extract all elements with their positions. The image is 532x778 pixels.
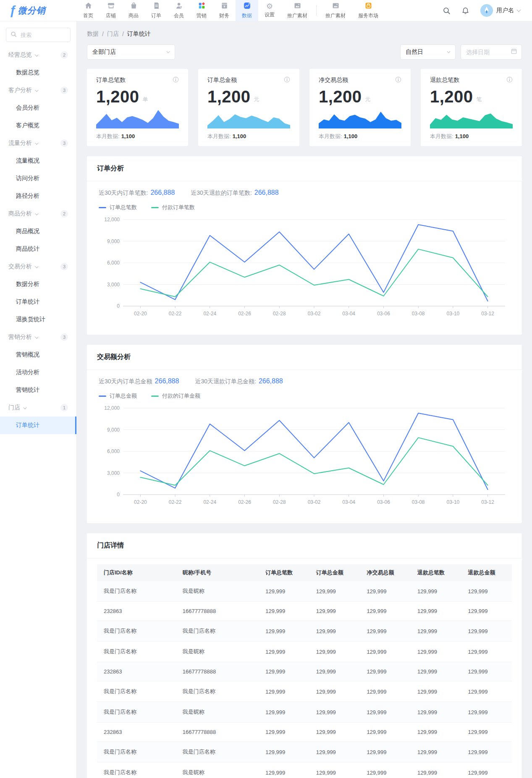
period-select[interactable]: 自然日 <box>400 45 456 60</box>
info-icon[interactable] <box>506 76 513 84</box>
nav-item-settings[interactable]: ⚙ 设置 <box>258 0 281 21</box>
table-cell: 129,999 <box>461 742 512 762</box>
date-picker-input[interactable] <box>465 48 511 56</box>
svg-text:02-24: 02-24 <box>203 311 216 317</box>
svg-text:03-04: 03-04 <box>342 311 355 317</box>
nav-item-label: 首页 <box>83 12 93 19</box>
nav-item-finance[interactable]: ¥ 财务 <box>213 0 236 21</box>
info-icon[interactable] <box>284 76 290 84</box>
sparkline-chart <box>430 109 513 128</box>
info-icon[interactable] <box>395 76 401 84</box>
search-icon[interactable] <box>443 7 451 15</box>
legend-label: 付款订单笔数 <box>162 204 195 211</box>
sparkline-chart <box>207 109 290 128</box>
sidebar-search[interactable] <box>6 28 71 42</box>
chart-legend: 订单总笔数 付款订单笔数 <box>99 204 510 211</box>
nav-item-order[interactable]: 订单 <box>145 0 168 21</box>
sidebar-item-活动分析[interactable]: 活动分析 <box>0 364 76 381</box>
legend-item-付款的订单金额[interactable]: 付款的订单金额 <box>151 392 200 400</box>
home-icon <box>84 2 92 11</box>
nav-item-shop[interactable]: 店铺 <box>100 0 122 21</box>
sidebar-item-营销概况[interactable]: 营销概况 <box>0 346 76 364</box>
sidebar-item-流量概况[interactable]: 流量概况 <box>0 152 76 170</box>
legend-item-付款订单笔数[interactable]: 付款订单笔数 <box>151 204 195 211</box>
column-header-昵称/手机号: 昵称/手机号 <box>176 564 259 581</box>
sidebar-group-经营总览[interactable]: 经营总览 2 <box>0 46 76 64</box>
user-menu[interactable]: 用户名 <box>480 4 520 17</box>
sidebar-item-退换货统计[interactable]: 退换货统计 <box>0 311 76 328</box>
nav-item-material2[interactable]: 推广素材 <box>319 0 352 21</box>
sidebar-group-交易分析[interactable]: 交易分析 3 <box>0 258 76 275</box>
table-cell: 16677778888 <box>176 662 259 681</box>
sidebar-item-商品统计[interactable]: 商品统计 <box>0 240 76 258</box>
store-detail-panel: 门店详情 门店ID/名称昵称/手机号订单总笔数订单总金额净交易总额退款总笔数退款… <box>87 533 522 778</box>
table-cell: 129,999 <box>461 681 512 702</box>
nav-item-market[interactable]: 服务市场 <box>352 0 385 21</box>
table-cell: 129,999 <box>309 642 360 662</box>
stat-card-value: 1,200 <box>430 88 473 105</box>
chevron-down-icon <box>35 141 38 144</box>
sidebar-menu: 经营总览 2数据总览客户分析 3会员分析客户概览流量分析 3流量概况访问分析路径… <box>0 46 76 434</box>
legend-item-订单总笔数[interactable]: 订单总笔数 <box>99 204 137 211</box>
table-cell: 我是门店名称 <box>176 742 259 762</box>
nav-item-goods[interactable]: 商品 <box>122 0 145 21</box>
nav-item-data[interactable]: 数据 <box>236 0 258 21</box>
breadcrumb-data[interactable]: 数据 <box>87 30 99 38</box>
breadcrumb-store[interactable]: 门店 <box>107 30 119 38</box>
sidebar-group-badge: 2 <box>60 51 68 59</box>
svg-text:03-06: 03-06 <box>377 499 390 505</box>
sidebar-group-商品分析[interactable]: 商品分析 2 <box>0 205 76 223</box>
table-cell: 129,999 <box>461 702 512 723</box>
sidebar-item-访问分析[interactable]: 访问分析 <box>0 170 76 187</box>
sidebar-item-订单统计[interactable]: 订单统计 <box>0 417 76 434</box>
table-row: 我是门店名称我是昵称129,999129,999129,999129,99912… <box>97 581 512 602</box>
table-cell: 129,999 <box>259 681 309 702</box>
table-cell: 232863 <box>97 662 176 681</box>
stat-card-title: 订单总笔数 <box>96 76 126 84</box>
chevron-down-icon <box>35 88 38 92</box>
table-cell: 我是门店名称 <box>176 621 259 642</box>
sidebar-item-营销统计[interactable]: 营销统计 <box>0 381 76 399</box>
table-cell: 我是门店名称 <box>97 742 176 762</box>
sidebar-item-订单统计[interactable]: 订单统计 <box>0 293 76 311</box>
trade-line-chart: 03,0006,0009,00012,00002-2002-2202-2402-… <box>99 404 510 514</box>
sidebar-group-营销分析[interactable]: 营销分析 3 <box>0 328 76 346</box>
legend-line-swatch <box>99 207 106 208</box>
store-select-value: 全部门店 <box>92 48 116 56</box>
sidebar-group-门店[interactable]: 门店 1 <box>0 399 76 417</box>
svg-text:9,000: 9,000 <box>107 238 120 244</box>
notification-bell-icon[interactable] <box>461 7 469 15</box>
table-cell: 129,999 <box>411 723 461 742</box>
sidebar-item-会员分析[interactable]: 会员分析 <box>0 99 76 117</box>
sidebar-item-路径分析[interactable]: 路径分析 <box>0 187 76 205</box>
table-cell: 129,999 <box>360 621 411 642</box>
sidebar-group-label: 交易分析 <box>8 263 32 270</box>
main-nav: 首页 店铺 商品 订单 会员 营销¥ 财务 数据⚙ 设置 <box>77 0 385 21</box>
table-cell: 我是昵称 <box>176 581 259 602</box>
app-logo[interactable]: ƒ 微分销 <box>0 4 77 17</box>
sidebar-search-input[interactable] <box>20 31 66 39</box>
sidebar-group-流量分析[interactable]: 流量分析 3 <box>0 134 76 152</box>
legend-label: 订单总金额 <box>110 392 137 400</box>
sidebar-item-商品概况[interactable]: 商品概况 <box>0 223 76 240</box>
sidebar-group-客户分析[interactable]: 客户分析 3 <box>0 81 76 99</box>
info-icon[interactable] <box>173 76 179 84</box>
order-analysis-panel: 订单分析 近30天内订单笔数:266,888 近30天退款的订单笔数:266,8… <box>87 156 522 335</box>
nav-item-home[interactable]: 首页 <box>77 0 100 21</box>
material2-icon <box>332 2 340 11</box>
store-select[interactable]: 全部门店 <box>87 45 175 60</box>
user-name: 用户名 <box>496 7 514 14</box>
date-picker[interactable] <box>461 45 522 60</box>
nav-item-member[interactable]: 会员 <box>168 0 190 21</box>
nav-item-material[interactable]: 推广素材 <box>281 0 314 21</box>
sidebar-item-数据总览[interactable]: 数据总览 <box>0 64 76 81</box>
table-cell: 129,999 <box>259 742 309 762</box>
table-cell: 129,999 <box>360 742 411 762</box>
table-cell: 129,999 <box>259 723 309 742</box>
sidebar-group-badge: 3 <box>60 139 68 147</box>
sidebar-item-数据分析[interactable]: 数据分析 <box>0 275 76 293</box>
sparkline-chart <box>319 109 401 128</box>
nav-item-marketing[interactable]: 营销 <box>190 0 213 21</box>
sidebar-item-客户概览[interactable]: 客户概览 <box>0 117 76 134</box>
legend-item-订单总金额[interactable]: 订单总金额 <box>99 392 137 400</box>
